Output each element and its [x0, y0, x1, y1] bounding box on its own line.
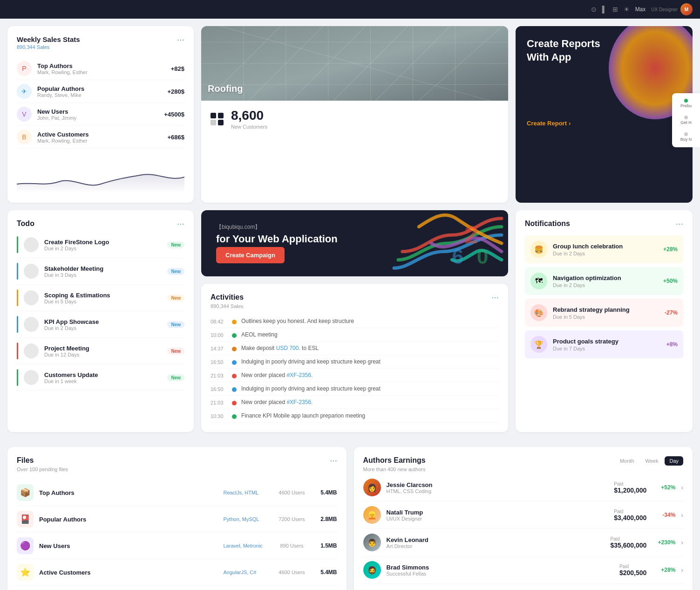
author-avatar-1: 👩 — [363, 479, 381, 496]
todo-name-2: Stakeholder Meeting — [44, 265, 162, 272]
todo-due-3: Due in 5 Days — [44, 299, 162, 304]
author-amount-2: $3,400,000 — [614, 514, 646, 521]
activity-link-5[interactable]: #XF-2356. — [286, 372, 313, 378]
notif-sub-3: Due in 5 Days — [553, 314, 659, 320]
author-arrow-2[interactable]: › — [681, 511, 683, 519]
author-row-4: 🧔 Brad Simmons Successful Fellas Paid $2… — [363, 556, 684, 584]
brightness-icon[interactable]: ☀ — [624, 6, 630, 13]
activity-link-7[interactable]: #XF-2356. — [286, 399, 313, 405]
activity-dot-8 — [232, 414, 237, 419]
todo-avatar-1 — [24, 237, 39, 252]
notif-title-1: Group lunch celebration — [553, 243, 658, 250]
campaign-banner: 【biqubiqu.com】 for Your Web Application … — [201, 210, 508, 276]
author-role-4: Successful Fellas — [387, 571, 614, 576]
todo-avatar-3 — [24, 290, 39, 305]
stat-val-4: +686$ — [167, 134, 184, 141]
activities-menu[interactable]: ⋯ — [491, 293, 499, 302]
notification-item-2: 🗺 Navigation optimization Due in 2 Days … — [525, 267, 683, 295]
user-profile[interactable]: Max UX Designer M — [635, 3, 693, 15]
svg-text:0: 0 — [477, 245, 489, 268]
todo-name-1: Create FireStone Logo — [44, 239, 162, 246]
author-arrow-1[interactable]: › — [681, 484, 683, 491]
author-arrow-3[interactable]: › — [681, 539, 683, 546]
notification-item-3: 🎨 Rebrand strategy planning Due in 5 Day… — [525, 299, 683, 327]
file-users-1: 4600 Users — [276, 490, 308, 495]
preview-dot-2 — [684, 116, 688, 119]
file-icon-4: ⭐ — [17, 564, 34, 581]
activity-item-3: 14:37 Make deposit USD 700. to ESL — [211, 342, 499, 355]
create-campaign-button[interactable]: Create Campaign — [216, 247, 285, 263]
search-icon[interactable]: ⊙ — [591, 6, 597, 13]
todo-avatar-6 — [24, 370, 39, 385]
activity-text-7: New order placed #XF-2356. — [241, 399, 499, 405]
period-day[interactable]: Day — [665, 456, 683, 466]
earnings-title: Authors Earnings — [363, 456, 426, 465]
campaign-decoration: 2 0 6 — [392, 210, 508, 276]
todo-avatar-2 — [24, 264, 39, 279]
activity-time-5: 21:03 — [211, 373, 227, 378]
file-row-4: ⭐ Active Customers AngularJS, C# 4600 Us… — [17, 559, 337, 586]
activity-text-1: Outlines keep you honest. And keep struc… — [241, 318, 499, 324]
todo-badge-5: New — [167, 348, 184, 355]
activity-link-3[interactable]: USD 700. — [276, 345, 300, 351]
file-users-4: 4600 Users — [276, 569, 308, 575]
activity-time-8: 10:30 — [211, 413, 227, 419]
stat-name-2: Popular Authors — [37, 85, 162, 92]
new-users-icon: V — [17, 107, 32, 122]
earnings-subtitle: More than 400 new authors — [363, 467, 426, 472]
todo-list: Create FireStone Logo Due in 2 Days New … — [17, 232, 184, 391]
author-arrow-4[interactable]: › — [681, 566, 683, 574]
activity-item-5: 21:03 New order placed #XF-2356. — [211, 369, 499, 382]
todo-due-1: Due in 2 Days — [44, 246, 162, 251]
author-change-4: +28% — [652, 567, 675, 573]
todo-item-2: Stakeholder Meeting Due in 3 Days New — [17, 258, 184, 285]
activity-time-4: 16:50 — [211, 359, 227, 365]
avatar[interactable]: M — [680, 3, 693, 15]
authors-earnings-card: Authors Earnings More than 400 new autho… — [354, 447, 693, 590]
period-month[interactable]: Month — [615, 456, 639, 466]
activity-dot-3 — [232, 347, 237, 351]
files-menu[interactable]: ⋯ — [330, 456, 337, 465]
activity-dot-1 — [232, 320, 237, 324]
activity-time-6: 16:50 — [211, 386, 227, 392]
activity-item-7: 21:03 New order placed #XF-2356. — [211, 396, 499, 409]
preview-item-3[interactable]: Buy N — [675, 130, 697, 144]
create-reports-card: Create ReportsWith App Create Report › — [516, 26, 693, 203]
author-row-1: 👩 Jessie Clarcson HTML, CSS Coding Paid … — [363, 474, 684, 501]
notifications-menu[interactable]: ⋯ — [676, 220, 683, 228]
activity-text-5: New order placed #XF-2356. — [241, 372, 499, 378]
weekly-stats-title: Weekly Sales Stats — [17, 35, 184, 43]
activities-subtitle: 890,344 Sales — [211, 303, 499, 309]
todo-due-6: Due in 1 week — [44, 378, 162, 384]
period-week[interactable]: Week — [641, 456, 663, 466]
stat-val-3: +4500$ — [164, 111, 184, 118]
create-report-link[interactable]: Create Report › — [527, 120, 571, 127]
author-role-2: UI/UX Designer — [387, 516, 609, 521]
file-size-3: 1.5MB — [314, 542, 337, 549]
file-size-1: 5.4MB — [314, 489, 337, 496]
activity-text-4: Indulging in poorly driving and keep str… — [241, 358, 499, 365]
todo-item-6: Customers Update Due in 1 week New — [17, 364, 184, 391]
weekly-stats-menu[interactable]: ⋯ — [177, 35, 184, 44]
todo-bar-1 — [17, 236, 18, 253]
notif-sub-2: Due in 2 Days — [553, 282, 658, 288]
file-name-2: Popular Authors — [39, 516, 218, 523]
notif-val-2: +50% — [663, 278, 678, 284]
todo-badge-3: New — [167, 295, 184, 302]
right-preview-panel: Prebu Get H Buy N — [672, 93, 700, 147]
activity-dot-5 — [232, 374, 237, 378]
preview-item-2[interactable]: Get H — [675, 114, 697, 127]
signal-icon[interactable]: ▌ — [602, 6, 607, 13]
file-tags-4: AngularJS, C# — [224, 569, 270, 575]
author-name-3: Kevin Leonard — [387, 536, 605, 543]
todo-menu[interactable]: ⋯ — [177, 220, 184, 228]
preview-item-1[interactable]: Prebu — [675, 97, 697, 110]
svg-text:6: 6 — [452, 245, 463, 268]
period-tabs: Month Week Day — [615, 456, 683, 466]
author-paid-label-4: Paid — [619, 564, 646, 569]
grid-icon[interactable]: ⊞ — [612, 6, 618, 13]
author-amount-4: $200,500 — [619, 569, 646, 576]
file-size-4: 5.4MB — [314, 569, 337, 576]
stat-new-users: V New Users John, Pat, Jimmy +4500$ — [17, 103, 184, 126]
todo-badge-4: New — [167, 321, 184, 328]
